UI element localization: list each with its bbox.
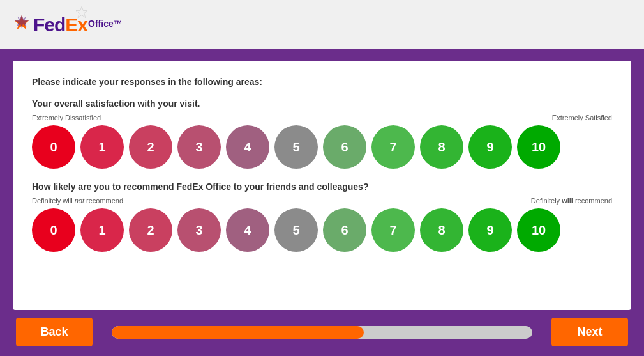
q1-rating-5[interactable]: 5 xyxy=(274,125,318,169)
q1-rating-3[interactable]: 3 xyxy=(177,125,221,169)
logo-fed: Fed xyxy=(33,14,65,35)
q1-rating-7[interactable]: 7 xyxy=(371,125,415,169)
next-button[interactable]: Next xyxy=(551,318,628,346)
question2-scale-labels: Definitely will not recommend Definitely… xyxy=(32,197,612,205)
q2-rating-10[interactable]: 10 xyxy=(517,208,560,252)
q1-rating-2[interactable]: 2 xyxy=(129,125,172,169)
question1-section: Your overall satisfaction with your visi… xyxy=(32,98,612,169)
q2-rating-8[interactable]: 8 xyxy=(420,208,463,252)
svg-marker-2 xyxy=(76,6,87,17)
question1-label: Your overall satisfaction with your visi… xyxy=(32,98,612,109)
q2-rating-4[interactable]: 4 xyxy=(226,208,269,252)
q2-rating-2[interactable]: 2 xyxy=(129,208,172,252)
question2-rating-row: 0 1 2 3 4 5 6 7 8 9 10 xyxy=(32,208,612,252)
main-area: Please indicate your responses in the fo… xyxy=(0,51,644,356)
q1-rating-9[interactable]: 9 xyxy=(468,125,512,169)
q1-rating-4[interactable]: 4 xyxy=(226,125,269,169)
q1-right-label: Extremely Satisfied xyxy=(552,114,612,121)
q2-rating-6[interactable]: 6 xyxy=(323,208,366,252)
survey-card: Please indicate your responses in the fo… xyxy=(13,61,631,310)
question1-scale-labels: Extremely Dissatisfied Extremely Satisfi… xyxy=(32,114,612,121)
q1-rating-8[interactable]: 8 xyxy=(420,125,463,169)
back-button[interactable]: Back xyxy=(16,318,93,346)
fedex-star-icon-2 xyxy=(75,6,89,20)
q2-right-label: Definitely will recommend xyxy=(531,197,612,205)
q1-left-label: Extremely Dissatisfied xyxy=(32,114,101,121)
fedex-star-icon xyxy=(13,14,31,32)
q2-rating-3[interactable]: 3 xyxy=(177,208,221,252)
q1-rating-0[interactable]: 0 xyxy=(32,125,75,169)
q2-rating-9[interactable]: 9 xyxy=(468,208,512,252)
q2-left-label: Definitely will not recommend xyxy=(32,197,123,205)
logo: FedExOffice™ xyxy=(13,14,123,36)
q1-rating-6[interactable]: 6 xyxy=(323,125,366,169)
question2-label: How likely are you to recommend FedEx Of… xyxy=(32,182,612,192)
progress-bar-container xyxy=(112,326,532,339)
q2-rating-0[interactable]: 0 xyxy=(32,208,75,252)
progress-bar-fill xyxy=(112,326,364,339)
footer: Back Next xyxy=(13,318,631,346)
q1-rating-1[interactable]: 1 xyxy=(80,125,124,169)
question1-rating-row: 0 1 2 3 4 5 6 7 8 9 10 xyxy=(32,125,612,169)
q2-rating-1[interactable]: 1 xyxy=(80,208,124,252)
q1-rating-10[interactable]: 10 xyxy=(517,125,560,169)
logo-office: Office™ xyxy=(88,19,123,29)
survey-instruction: Please indicate your responses in the fo… xyxy=(32,77,612,87)
question2-section: How likely are you to recommend FedEx Of… xyxy=(32,182,612,252)
q2-rating-7[interactable]: 7 xyxy=(371,208,415,252)
header: FedExOffice™ xyxy=(0,0,644,51)
q2-rating-5[interactable]: 5 xyxy=(274,208,318,252)
